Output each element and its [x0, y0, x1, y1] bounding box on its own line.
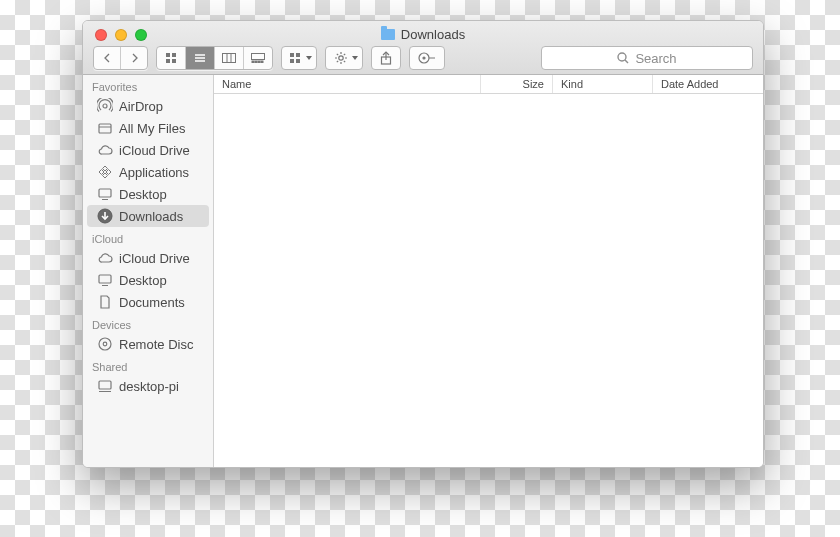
- svg-rect-33: [99, 124, 111, 133]
- computer-icon: [97, 378, 113, 394]
- apps-icon: [97, 164, 113, 180]
- sidebar-item-label: Desktop: [119, 187, 167, 202]
- column-header-size[interactable]: Size: [481, 75, 553, 93]
- sidebar-item-label: iCloud Drive: [119, 251, 190, 266]
- share-button[interactable]: [371, 46, 401, 70]
- chevron-left-icon: [103, 53, 112, 63]
- sidebar-item-icloud-drive[interactable]: iCloud Drive: [83, 139, 213, 161]
- airdrop-icon: [97, 98, 113, 114]
- svg-line-25: [344, 61, 345, 62]
- svg-rect-17: [290, 59, 294, 63]
- svg-rect-13: [258, 61, 260, 63]
- sidebar-item-label: Remote Disc: [119, 337, 193, 352]
- view-mode-selector: [156, 46, 273, 70]
- sidebar-item-label: Downloads: [119, 209, 183, 224]
- tag-icon: [418, 52, 436, 64]
- sidebar-item-label: AirDrop: [119, 99, 163, 114]
- svg-line-31: [625, 60, 628, 63]
- sidebar-item-all-my-files[interactable]: All My Files: [83, 117, 213, 139]
- window-zoom-button[interactable]: [135, 29, 147, 41]
- svg-rect-14: [261, 61, 263, 63]
- titlebar: Downloads: [83, 21, 763, 75]
- share-icon: [380, 51, 392, 65]
- svg-rect-15: [290, 53, 294, 57]
- window-minimize-button[interactable]: [115, 29, 127, 41]
- view-gallery-button[interactable]: [243, 47, 272, 69]
- svg-rect-18: [296, 59, 300, 63]
- caret-down-icon: [352, 56, 358, 60]
- svg-rect-2: [166, 59, 170, 63]
- arrange-button[interactable]: [281, 46, 317, 70]
- disc-icon: [97, 336, 113, 352]
- nav-buttons: [93, 46, 148, 70]
- list-icon: [194, 53, 206, 63]
- svg-line-24: [337, 54, 338, 55]
- sidebar-item-desktop[interactable]: Desktop: [83, 269, 213, 291]
- sidebar-heading: Shared: [83, 355, 213, 375]
- svg-point-29: [423, 57, 425, 59]
- sidebar: FavoritesAirDropAll My FilesiCloud Drive…: [83, 75, 214, 467]
- toolbar: Search: [83, 46, 763, 74]
- search-placeholder: Search: [635, 51, 676, 66]
- svg-point-42: [103, 342, 107, 346]
- column-header-name[interactable]: Name: [214, 75, 481, 93]
- sidebar-item-desktop[interactable]: Desktop: [83, 183, 213, 205]
- sidebar-item-downloads[interactable]: Downloads: [87, 205, 209, 227]
- svg-rect-11: [252, 61, 254, 63]
- sidebar-item-airdrop[interactable]: AirDrop: [83, 95, 213, 117]
- caret-down-icon: [306, 56, 312, 60]
- sidebar-item-label: iCloud Drive: [119, 143, 190, 158]
- chevron-right-icon: [130, 53, 139, 63]
- view-list-button[interactable]: [185, 47, 214, 69]
- svg-line-27: [344, 54, 345, 55]
- search-input[interactable]: Search: [541, 46, 753, 70]
- search-icon: [617, 52, 629, 64]
- nav-back-button[interactable]: [94, 47, 120, 69]
- svg-rect-7: [223, 54, 236, 63]
- window-title: Downloads: [401, 27, 465, 42]
- grid-icon: [165, 52, 177, 64]
- sidebar-item-icloud-drive[interactable]: iCloud Drive: [83, 247, 213, 269]
- arrange-icon: [290, 53, 302, 63]
- gallery-icon: [251, 53, 265, 63]
- desktop-icon: [97, 272, 113, 288]
- sidebar-item-applications[interactable]: Applications: [83, 161, 213, 183]
- sidebar-item-documents[interactable]: Documents: [83, 291, 213, 313]
- sidebar-item-label: All My Files: [119, 121, 185, 136]
- svg-rect-16: [296, 53, 300, 57]
- view-icon-button[interactable]: [157, 47, 185, 69]
- column-header-date[interactable]: Date Added: [653, 75, 763, 93]
- sidebar-item-desktop-pi[interactable]: desktop-pi: [83, 375, 213, 397]
- documents-icon: [97, 294, 113, 310]
- svg-point-41: [99, 338, 111, 350]
- sidebar-item-label: Desktop: [119, 273, 167, 288]
- gear-icon: [334, 51, 348, 65]
- sidebar-heading: Favorites: [83, 75, 213, 95]
- icloud-icon: [97, 142, 113, 158]
- sidebar-item-remote-disc[interactable]: Remote Disc: [83, 333, 213, 355]
- action-button[interactable]: [325, 46, 363, 70]
- desktop-icon: [97, 186, 113, 202]
- svg-point-32: [103, 104, 107, 108]
- svg-point-19: [339, 56, 343, 60]
- svg-rect-43: [99, 381, 111, 389]
- column-header-kind[interactable]: Kind: [553, 75, 653, 93]
- svg-rect-39: [99, 275, 111, 283]
- finder-window: Downloads: [82, 20, 764, 468]
- tags-button[interactable]: [409, 46, 445, 70]
- window-close-button[interactable]: [95, 29, 107, 41]
- svg-point-30: [618, 53, 626, 61]
- nav-forward-button[interactable]: [120, 47, 147, 69]
- svg-rect-35: [99, 189, 111, 197]
- svg-rect-1: [172, 53, 176, 57]
- icloud-icon: [97, 250, 113, 266]
- title-folder-icon: [381, 29, 395, 40]
- svg-rect-0: [166, 53, 170, 57]
- view-columns-button[interactable]: [214, 47, 243, 69]
- file-list: Name Size Kind Date Added: [214, 75, 763, 467]
- sidebar-item-label: Documents: [119, 295, 185, 310]
- sidebar-item-label: desktop-pi: [119, 379, 179, 394]
- sidebar-heading: iCloud: [83, 227, 213, 247]
- columns-icon: [222, 53, 236, 63]
- svg-rect-10: [252, 54, 265, 60]
